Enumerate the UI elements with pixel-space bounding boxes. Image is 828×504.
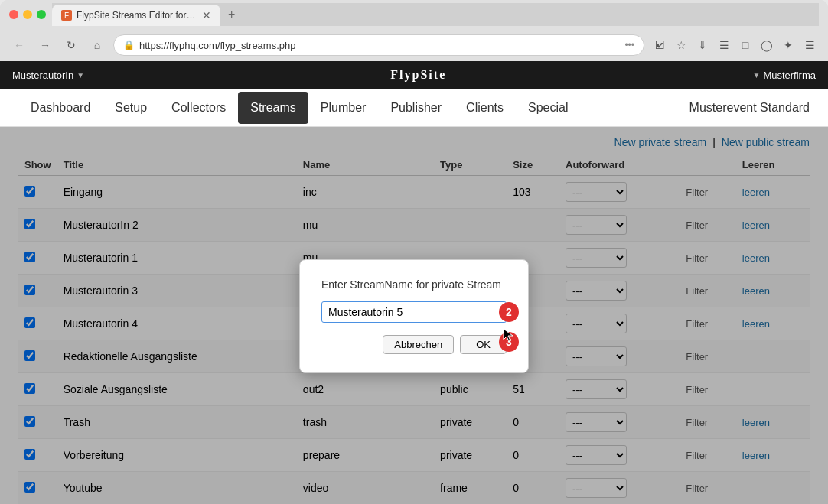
nav-dashboard[interactable]: Dashboard <box>18 92 103 124</box>
company-label: Musterfirma <box>763 70 816 81</box>
content-area: New private stream | New public stream S… <box>0 127 828 504</box>
modal-dialog: Enter StreamName for private Stream 2 Ab… <box>299 259 529 373</box>
app: MusterautorIn ▼ FlypSite ▼ Musterfirma D… <box>0 61 828 504</box>
library-icon[interactable]: ☰ <box>715 36 733 54</box>
shield-icon[interactable]: 🗹 <box>650 36 669 54</box>
menu-icon[interactable]: ☰ <box>800 36 819 54</box>
extension-icon[interactable]: ✦ <box>779 36 797 54</box>
download-icon[interactable]: ⇓ <box>693 36 712 54</box>
maximize-button[interactable] <box>37 10 46 19</box>
main-nav: Dashboard Setup Collectors Streams Plumb… <box>0 89 828 127</box>
cancel-button[interactable]: Abbrechen <box>383 335 454 354</box>
stream-name-input[interactable] <box>321 301 507 323</box>
user-menu[interactable]: MusterautorIn ▼ <box>12 70 84 81</box>
tab-title: FlypSite Streams Editor for "mu... <box>77 10 197 21</box>
user-label: MusterautorIn <box>12 70 73 81</box>
nav-publisher[interactable]: Publisher <box>378 92 454 124</box>
nav-streams[interactable]: Streams <box>238 92 308 124</box>
close-button[interactable] <box>9 10 18 19</box>
traffic-lights <box>9 10 46 19</box>
top-nav: MusterautorIn ▼ FlypSite ▼ Musterfirma <box>0 61 828 89</box>
new-tab-button[interactable]: + <box>220 3 243 26</box>
nav-clients[interactable]: Clients <box>454 92 516 124</box>
address-bar: ← → ↻ ⌂ 🔒 https://flyphq.com/flyp_stream… <box>0 29 828 61</box>
home-button[interactable]: ⌂ <box>87 35 107 55</box>
browser-actions: 🗹 ☆ ⇓ ☰ □ ◯ ✦ ☰ <box>650 36 819 54</box>
forward-button[interactable]: → <box>35 35 55 55</box>
company-menu[interactable]: ▼ Musterfirma <box>752 70 816 81</box>
nav-collectors[interactable]: Collectors <box>159 92 238 124</box>
nav-plumber[interactable]: Plumber <box>308 92 379 124</box>
user-chevron-icon: ▼ <box>77 71 84 80</box>
brand-logo: FlypSite <box>84 68 752 82</box>
profile-icon[interactable]: ◯ <box>758 36 776 54</box>
active-tab[interactable]: F FlypSite Streams Editor for "mu... ✕ <box>52 5 220 26</box>
nav-special[interactable]: Special <box>516 92 580 124</box>
reload-button[interactable]: ↻ <box>61 35 81 55</box>
minimize-button[interactable] <box>23 10 32 19</box>
tabs-icon[interactable]: □ <box>736 36 755 54</box>
company-chevron-icon: ▼ <box>752 71 760 80</box>
tab-bar: F FlypSite Streams Editor for "mu... ✕ + <box>52 3 819 26</box>
event-name: Musterevent Standard <box>689 101 810 115</box>
tab-favicon: F <box>61 10 72 21</box>
more-icon: ••• <box>624 40 634 50</box>
address-input-bar[interactable]: 🔒 https://flyphq.com/flyp_streams.php ••… <box>113 34 644 56</box>
back-button[interactable]: ← <box>9 35 29 55</box>
modal-buttons: Abbrechen OK 3 <box>321 335 507 354</box>
cursor-indicator <box>502 327 514 345</box>
security-icon: 🔒 <box>123 40 135 50</box>
modal-title: Enter StreamName for private Stream <box>321 278 507 291</box>
step-2-badge: 2 <box>499 302 519 322</box>
url-display: https://flyphq.com/flyp_streams.php <box>139 40 620 51</box>
modal-overlay: Enter StreamName for private Stream 2 Ab… <box>0 127 828 504</box>
nav-setup[interactable]: Setup <box>103 92 159 124</box>
tab-close-icon[interactable]: ✕ <box>202 9 211 21</box>
title-bar: F FlypSite Streams Editor for "mu... ✕ + <box>0 0 828 29</box>
browser-window: F FlypSite Streams Editor for "mu... ✕ +… <box>0 0 828 61</box>
bookmark-icon[interactable]: ☆ <box>672 36 690 54</box>
